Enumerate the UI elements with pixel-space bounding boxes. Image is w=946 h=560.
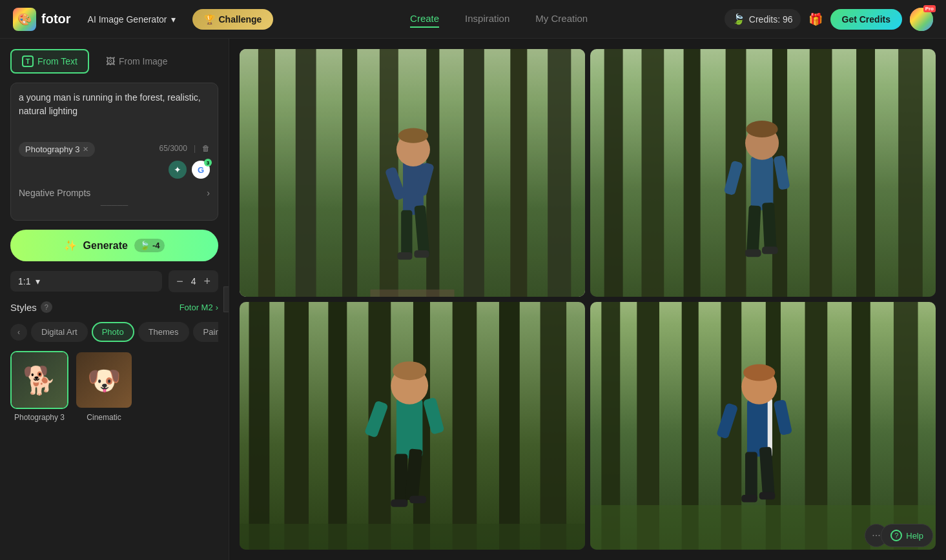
logo[interactable]: 🎨 fotor xyxy=(13,8,71,31)
image-cell-4[interactable] xyxy=(590,302,936,550)
pill-photo[interactable]: Photo xyxy=(92,322,134,342)
svg-rect-49 xyxy=(499,302,520,550)
nav-inspiration[interactable]: Inspiration xyxy=(465,10,509,28)
challenge-button[interactable]: 🏆 Challenge xyxy=(192,9,274,30)
ratio-value: 1:1 xyxy=(18,276,30,286)
svg-rect-60 xyxy=(391,499,407,507)
count-increment-button[interactable]: + xyxy=(203,275,211,287)
ai-gen-label: AI Image Generator xyxy=(88,14,167,25)
header-right: 🍃 Credits: 96 🎁 Get Credits Pro xyxy=(725,8,933,31)
sidebar: T From Text 🖼 From Image a young man is … xyxy=(0,39,229,560)
avatar[interactable]: Pro xyxy=(910,8,933,31)
svg-rect-21 xyxy=(240,49,585,297)
generate-button[interactable]: ✨ Generate 🍃 -4 xyxy=(10,230,218,261)
count-decrement-button[interactable]: − xyxy=(176,275,183,287)
thumb-photography3-label: Photography 3 xyxy=(14,413,65,422)
google-icon[interactable]: G 3 xyxy=(192,161,210,179)
tags-row: Photography 3 ✕ xyxy=(19,142,95,157)
ratio-chevron-icon: ▾ xyxy=(36,276,40,286)
forest-image-4 xyxy=(590,302,936,550)
styles-model[interactable]: Fotor M2 › xyxy=(180,303,218,312)
main-nav: Create Inspiration My Creation xyxy=(283,10,714,28)
svg-rect-48 xyxy=(453,302,477,550)
forest-image-3 xyxy=(240,302,585,550)
thumb-cinematic-box: 🐶 xyxy=(75,351,133,409)
prompt-icon-actions: ✦ G 3 xyxy=(19,161,210,179)
svg-point-76 xyxy=(743,365,775,381)
style-pills: ‹ Digital Art Photo Themes Painting › xyxy=(10,322,218,342)
enhance-icon[interactable]: ✦ xyxy=(169,161,187,179)
neg-prompts-label-row[interactable]: Negative Prompts › xyxy=(19,183,210,198)
prompt-area: a young man is running in the forest, re… xyxy=(10,83,218,221)
svg-rect-44 xyxy=(284,302,309,550)
prompt-actions: Photography 3 ✕ 65/3000 | 🗑 xyxy=(19,139,210,157)
avatar-pro-badge: Pro xyxy=(923,5,936,12)
content-area xyxy=(229,39,946,560)
thumb-photography3-box: 🐕 xyxy=(10,351,68,409)
leaf-icon: 🍃 xyxy=(732,13,745,25)
challenge-label: Challenge xyxy=(219,14,262,25)
chevron-right-icon: › xyxy=(207,188,210,198)
from-image-tab[interactable]: 🖼 From Image xyxy=(94,49,179,74)
svg-rect-51 xyxy=(240,524,585,550)
prompt-meta: 65/3000 | 🗑 xyxy=(159,144,210,153)
style-thumb-photography3[interactable]: 🐕 Photography 3 xyxy=(10,351,68,422)
pill-themes[interactable]: Themes xyxy=(138,322,189,342)
thumb-photography3-bg: 🐕 xyxy=(12,352,67,408)
image-cell-2[interactable] xyxy=(590,49,936,297)
forest-image-2 xyxy=(590,49,936,297)
svg-rect-82 xyxy=(759,492,776,500)
svg-point-55 xyxy=(393,361,426,380)
main-layout: T From Text 🖼 From Image a young man is … xyxy=(0,39,946,560)
thumb-cinematic-bg: 🐶 xyxy=(76,352,132,408)
thumb-cinematic-label: Cinematic xyxy=(87,413,121,422)
settings-row: 1:1 ▾ − 4 + xyxy=(10,270,218,292)
gen-cost-badge: 🍃 -4 xyxy=(134,239,165,252)
trash-icon[interactable]: 🗑 xyxy=(202,144,210,153)
style-thumb-cinematic[interactable]: 🐶 Cinematic xyxy=(75,351,133,422)
text-icon: T xyxy=(22,55,34,67)
char-count: 65/3000 xyxy=(159,144,187,153)
tag-close-icon[interactable]: ✕ xyxy=(83,145,88,154)
trophy-icon: 🏆 xyxy=(204,14,215,25)
ai-gen-dropdown[interactable]: AI Image Generator ▾ xyxy=(81,10,182,28)
svg-rect-43 xyxy=(249,302,269,550)
from-text-tab[interactable]: T From Text xyxy=(10,49,89,74)
styles-title: Styles ? xyxy=(10,301,52,313)
svg-rect-79 xyxy=(745,452,757,500)
get-credits-button[interactable]: Get Credits xyxy=(830,9,902,30)
sparkle-icon: ✨ xyxy=(64,239,77,252)
styles-help-icon[interactable]: ? xyxy=(41,301,52,313)
pill-digital-art[interactable]: Digital Art xyxy=(31,322,88,342)
chevron-down-icon: ▾ xyxy=(171,14,176,25)
divider: | xyxy=(194,144,196,153)
help-button[interactable]: ? Help xyxy=(881,524,933,547)
style-thumbs: 🐕 Photography 3 🐶 Cinematic xyxy=(10,351,218,422)
prompt-input[interactable] xyxy=(19,91,210,132)
styles-header: Styles ? Fotor M2 › xyxy=(10,301,218,313)
negative-prompts-row: Negative Prompts › ───── xyxy=(19,180,210,212)
forest-image-1 xyxy=(240,49,585,297)
help-circle-icon: ? xyxy=(890,530,902,541)
ratio-select[interactable]: 1:1 ▾ xyxy=(10,271,162,292)
header: 🎨 fotor AI Image Generator ▾ 🏆 Challenge… xyxy=(0,0,946,39)
count-control: − 4 + xyxy=(169,270,218,292)
image-cell-3[interactable] xyxy=(240,302,585,550)
pills-prev-button[interactable]: ‹ xyxy=(10,324,27,341)
tag-photography3: Photography 3 ✕ xyxy=(19,142,95,157)
sidebar-toggle[interactable]: › xyxy=(223,286,229,312)
credits-badge: 🍃 Credits: 96 xyxy=(725,9,801,29)
logo-icon: 🎨 xyxy=(13,8,36,31)
thumb-cinematic-image: 🐶 xyxy=(87,365,121,396)
count-value: 4 xyxy=(191,276,196,286)
gift-icon[interactable]: 🎁 xyxy=(808,12,823,26)
pill-painting[interactable]: Painting xyxy=(193,322,218,342)
svg-rect-81 xyxy=(741,495,757,503)
image-cell-1[interactable] xyxy=(240,49,585,297)
nav-create[interactable]: Create xyxy=(410,10,439,28)
nav-my-creation[interactable]: My Creation xyxy=(535,10,588,28)
thumb-photography3-image: 🐕 xyxy=(23,365,56,396)
logo-text: fotor xyxy=(41,12,71,26)
image-icon: 🖼 xyxy=(106,56,115,66)
svg-rect-61 xyxy=(409,495,426,503)
